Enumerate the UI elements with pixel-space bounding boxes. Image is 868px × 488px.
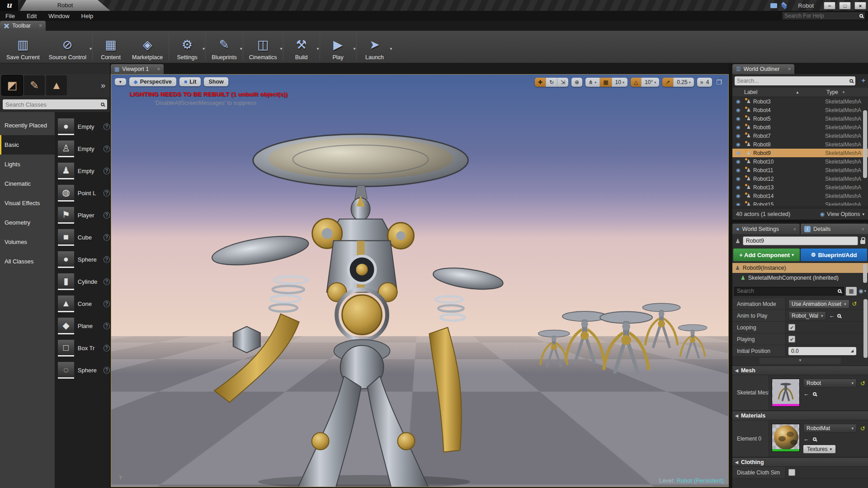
use-selected-asset-icon[interactable]: ← <box>803 390 809 397</box>
browse-asset-icon[interactable] <box>813 437 816 441</box>
toolbar-button[interactable]: ✎ Blueprints ▾ <box>207 31 241 63</box>
toolbar-button[interactable]: ▥ Save Current ▾ <box>2 31 44 63</box>
point-light-icon[interactable]: ◍ <box>58 185 74 202</box>
player-start-icon[interactable]: ⚑ <box>58 207 74 224</box>
textures-button[interactable]: Textures▾ <box>803 445 835 453</box>
level-name-link[interactable]: Robot (Persistent) <box>676 477 724 484</box>
mode-button[interactable]: ▲ <box>46 75 67 95</box>
box-trigger-icon[interactable]: □ <box>58 340 74 357</box>
outliner-search-input[interactable] <box>737 78 849 84</box>
empty-character-icon[interactable]: ♙ <box>58 141 74 157</box>
visibility-eye-icon[interactable]: ◉ <box>732 167 744 173</box>
visibility-eye-icon[interactable]: ◉ <box>732 159 744 164</box>
table-row[interactable]: ◉ ♟ Robot10 SkeletalMeshA <box>732 157 868 166</box>
mode-button[interactable]: ◩ <box>2 75 23 95</box>
menu-item[interactable]: Window <box>48 13 69 19</box>
feedback-chat-icon[interactable] <box>770 3 777 8</box>
close-icon[interactable]: × <box>862 226 864 232</box>
toolbar-button[interactable]: ▶ Play ▾ <box>321 31 355 63</box>
help-icon[interactable]: ? <box>104 345 110 352</box>
toolbar-button[interactable]: ◈ Marketplace ▾ <box>127 31 167 63</box>
tab-world-outliner[interactable]: ☰ World Outliner × <box>732 64 794 74</box>
placeable-item[interactable]: ● Sphere ? <box>55 249 110 271</box>
component-row[interactable]: ♟ Robot9(Instance) <box>732 263 868 273</box>
show-button[interactable]: Show <box>204 77 228 86</box>
chevron-down-icon[interactable]: ▾ <box>280 46 283 51</box>
chevron-down-icon[interactable]: ▾ <box>317 46 319 51</box>
lit-mode-button[interactable]: ■ Lit <box>179 77 201 86</box>
translate-tool-button[interactable]: ✚ <box>535 78 546 87</box>
chevron-down-icon[interactable]: ▾ <box>390 46 392 51</box>
help-icon[interactable]: ? <box>104 278 110 285</box>
details-tab[interactable]: ● World Settings × <box>732 224 800 234</box>
viewport-3d[interactable]: ▾ ◆ Perspective ■ Lit Show LIGHTING NEED… <box>111 74 729 487</box>
placeable-item[interactable]: ♙ Empty ? <box>55 138 110 160</box>
close-button[interactable]: × <box>854 2 866 9</box>
table-row[interactable]: ◉ ♟ Robot4 SkeletalMeshA <box>732 106 868 114</box>
cone-icon[interactable]: ▲ <box>58 296 74 312</box>
perspective-button[interactable]: ◆ Perspective <box>129 77 176 86</box>
tab-viewport[interactable]: ▦ Viewport 1 × <box>111 64 164 74</box>
expand-advanced-button[interactable]: ▼ <box>760 358 841 364</box>
mode-button[interactable]: ✎ <box>24 75 45 95</box>
category-item[interactable]: Cinematic <box>0 174 55 193</box>
category-item[interactable]: Volumes <box>0 232 55 252</box>
table-row[interactable]: ◉ ♟ Robot6 SkeletalMeshA <box>732 123 868 131</box>
surface-snap-button[interactable]: ⋔▾ <box>585 78 600 87</box>
scale-tool-button[interactable]: ⇲ <box>557 78 568 87</box>
toolbar-button[interactable]: ➤ Launch ▾ <box>358 31 392 63</box>
table-row[interactable]: ◉ ♟ Robot9 SkeletalMeshA <box>732 149 868 157</box>
toolbar-button[interactable]: ▦ Content ▾ <box>94 31 127 63</box>
animation-mode-dropdown[interactable]: Use Animation Asset▾ <box>788 300 849 309</box>
cylinder-icon[interactable]: ▮ <box>58 273 74 290</box>
playing-checkbox[interactable]: ✔ <box>788 336 795 343</box>
toolbar-button[interactable]: ⚙ Settings ▾ <box>170 31 204 63</box>
skeletal-mesh-thumbnail[interactable] <box>772 379 800 407</box>
reset-to-default-icon[interactable]: ↺ <box>860 380 865 387</box>
rotation-snap-toggle[interactable]: △ <box>631 78 642 87</box>
world-space-button[interactable]: ⊕ <box>571 78 582 87</box>
placeable-item[interactable]: ◌ Sphere ? <box>55 359 110 381</box>
project-tab[interactable]: Robot <box>20 0 110 11</box>
help-icon[interactable]: ? <box>104 323 110 329</box>
rotate-tool-button[interactable]: ↻ <box>546 78 557 87</box>
placeable-item[interactable]: ♟ Empty ? <box>55 160 110 182</box>
category-item[interactable]: Recently Placed <box>0 116 55 135</box>
placeable-item[interactable]: ■ Cube ? <box>55 226 110 249</box>
actor-name-field[interactable] <box>743 236 858 245</box>
visibility-eye-icon[interactable]: ◉ <box>732 193 744 199</box>
menu-item[interactable]: Help <box>81 13 94 19</box>
property-matrix-icon[interactable]: ▦ <box>846 287 857 296</box>
section-header-clothing[interactable]: ◀ Clothing <box>732 457 868 467</box>
skeletal-mesh-dropdown[interactable]: Robot▾ <box>803 379 857 388</box>
browse-asset-icon[interactable] <box>837 314 841 318</box>
chevron-down-icon[interactable]: ▾ <box>240 46 242 51</box>
placeable-item[interactable]: ◍ Point L ? <box>55 182 110 204</box>
chevron-down-icon[interactable]: ▾ <box>203 46 205 51</box>
help-search-box[interactable] <box>782 12 865 20</box>
looping-checkbox[interactable]: ✔ <box>788 324 795 331</box>
camera-speed-button[interactable]: » 4 <box>697 78 712 87</box>
visibility-eye-icon[interactable]: ◉ <box>732 176 744 182</box>
tab-toolbar[interactable]: Toolbar × <box>0 21 46 31</box>
sphere-trigger-icon[interactable]: ◌ <box>58 362 74 379</box>
category-item[interactable]: Geometry <box>0 213 55 232</box>
view-options-button[interactable]: ◉ View Options ▾ <box>820 211 864 217</box>
details-search-input[interactable] <box>737 288 838 294</box>
visibility-eye-icon[interactable]: ◉ <box>732 202 744 206</box>
category-item[interactable]: All Classes <box>0 252 55 271</box>
help-icon[interactable]: ? <box>104 300 110 307</box>
close-icon[interactable]: × <box>788 66 791 72</box>
column-type[interactable]: Type <box>826 89 838 95</box>
toolbar-button[interactable]: ⊘ Source Control ▾ <box>44 31 91 63</box>
empty-actor-icon[interactable]: ● <box>58 118 74 135</box>
material-thumbnail[interactable] <box>772 424 800 452</box>
placeable-item[interactable]: ▮ Cylinde ? <box>55 271 110 293</box>
help-icon[interactable]: ? <box>104 168 110 174</box>
initial-position-field[interactable]: 0.0 ◢ <box>788 347 856 355</box>
display-filter-button[interactable]: ◉▾ <box>859 288 866 294</box>
chevron-down-icon[interactable]: ▾ <box>354 46 356 51</box>
details-scrollbar[interactable] <box>863 299 868 358</box>
visibility-eye-icon[interactable]: ◉ <box>732 116 744 122</box>
table-row[interactable]: ◉ ♟ Robot14 SkeletalMeshA <box>732 192 868 200</box>
